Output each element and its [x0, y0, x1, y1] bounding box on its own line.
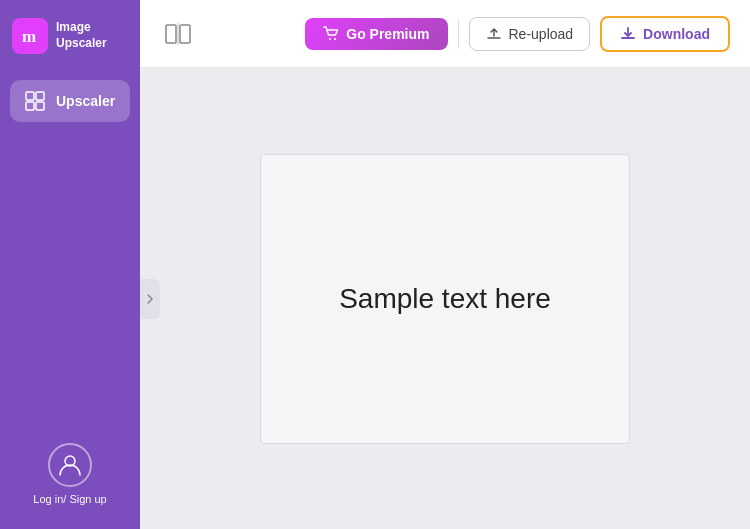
svg-point-10 — [334, 38, 336, 40]
sidebar-item-upscaler[interactable]: Upscaler — [10, 80, 130, 122]
svg-rect-6 — [166, 25, 176, 43]
sidebar: m Image Upscaler Upscaler — [0, 0, 140, 529]
header-divider — [458, 19, 459, 49]
reupload-button[interactable]: Re-upload — [469, 17, 591, 51]
svg-rect-3 — [26, 102, 34, 110]
svg-text:m: m — [22, 27, 36, 46]
logo-icon: m — [12, 18, 48, 54]
svg-rect-2 — [36, 92, 44, 100]
login-label[interactable]: Log in/ Sign up — [33, 493, 106, 505]
svg-point-9 — [329, 38, 331, 40]
svg-rect-1 — [26, 92, 34, 100]
svg-rect-4 — [36, 102, 44, 110]
compare-view-button[interactable] — [160, 16, 196, 52]
upload-icon — [486, 26, 502, 42]
go-premium-button[interactable]: Go Premium — [305, 18, 447, 50]
logo-text: Image Upscaler — [56, 20, 107, 51]
canvas-area: Sample text here — [140, 68, 750, 529]
sidebar-item-label: Upscaler — [56, 93, 115, 109]
user-avatar[interactable] — [48, 443, 92, 487]
header-actions: Go Premium Re-upload Download — [305, 16, 730, 52]
header: Go Premium Re-upload Download — [140, 0, 750, 68]
upscaler-icon — [24, 90, 46, 112]
sidebar-bottom: Log in/ Sign up — [33, 443, 106, 505]
sample-text: Sample text here — [339, 283, 551, 315]
main-content: Go Premium Re-upload Download — [140, 0, 750, 529]
svg-rect-7 — [180, 25, 190, 43]
sidebar-logo: m Image Upscaler — [0, 0, 140, 72]
cart-icon — [323, 26, 339, 42]
header-left — [160, 16, 196, 52]
download-button[interactable]: Download — [600, 16, 730, 52]
sidebar-nav: Upscaler — [0, 72, 140, 130]
download-icon — [620, 26, 636, 42]
image-preview-card: Sample text here — [260, 154, 630, 444]
collapse-handle[interactable] — [140, 279, 160, 319]
